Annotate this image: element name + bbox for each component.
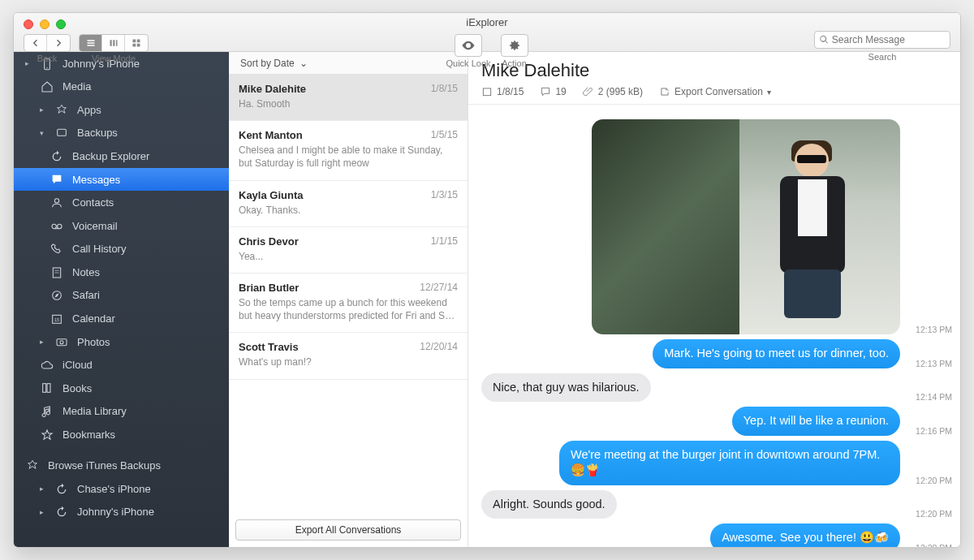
app-window: iExplorer Back	[13, 12, 961, 548]
sidebar-item-calendar[interactable]: 15 Calendar	[14, 307, 229, 330]
sidebar-item-backup-explorer[interactable]: Backup Explorer	[14, 144, 229, 168]
app-title: iExplorer	[14, 16, 960, 28]
export-conversation-button[interactable]: Export Conversation ▾	[659, 86, 771, 97]
svg-point-14	[52, 224, 56, 228]
contacts-icon	[50, 196, 64, 209]
sidebar-item-icloud[interactable]: iCloud	[14, 353, 229, 377]
message-row: Alright. Sounds good.12:20 PM	[481, 490, 952, 519]
cloud-icon	[40, 358, 54, 372]
svg-rect-12	[58, 130, 67, 136]
svg-point-24	[60, 341, 63, 344]
sidebar-item-label: Apps	[77, 104, 101, 116]
conversation-item[interactable]: Brian Butler12/27/14So the temps came up…	[229, 274, 468, 333]
conversation-item[interactable]: Scott Travis12/20/14What's up man!?	[229, 333, 468, 379]
sidebar-item-label: Books	[62, 382, 92, 394]
message-bubble[interactable]: Yep. It will be like a reunion.	[732, 407, 900, 436]
restore-icon	[54, 482, 69, 496]
message-bubble[interactable]: Alright. Sounds good.	[481, 490, 617, 519]
sidebar-item-safari[interactable]: Safari	[14, 284, 229, 308]
sidebar-item-label: Safari	[72, 289, 100, 301]
message-bubble[interactable]: We're meeting at the burger joint in dow…	[559, 441, 900, 485]
search-label: Search	[868, 52, 897, 62]
conversation-preview: Okay. Thanks.	[239, 204, 458, 217]
conversation-date: 1/1/15	[431, 235, 458, 248]
apps-icon	[25, 459, 40, 473]
disclosure-icon: ▾	[40, 129, 46, 137]
message-bubble[interactable]: Awesome. See you there! 😃🍻	[710, 523, 900, 547]
notes-icon	[50, 265, 64, 279]
chevron-down-icon: ▾	[767, 88, 771, 97]
sidebar-browse-backups[interactable]: Browse iTunes Backups	[14, 454, 229, 478]
svg-point-15	[58, 224, 62, 228]
conversation-preview: Chelsea and I might be able to make it S…	[239, 144, 458, 170]
voicemail-icon	[50, 219, 64, 233]
thread-count: 19	[540, 86, 566, 97]
message-bubble[interactable]: Nice, that guy was hilarious.	[481, 373, 651, 403]
calendar-icon: 15	[50, 312, 64, 325]
phone-icon	[50, 243, 64, 256]
conversation-item[interactable]: Mike Dalehite1/8/15Ha. Smooth	[229, 75, 468, 121]
sidebar-item-media[interactable]: Media	[14, 75, 229, 99]
sidebar-item-messages[interactable]: Messages	[14, 168, 229, 192]
conversation-name: Chris Devor	[239, 235, 299, 248]
conversation-date: 1/5/15	[431, 129, 458, 141]
sidebar-item-label: Johnny's iPhone	[77, 506, 154, 518]
sidebar-item-notes[interactable]: Notes	[14, 261, 229, 284]
message-timestamp: 12:13 PM	[907, 359, 952, 368]
message-row: Awesome. See you there! 😃🍻12:20 PM	[481, 523, 952, 547]
sidebar-item-label: Call History	[72, 243, 126, 255]
sidebar-item-label: Contacts	[72, 196, 114, 209]
disclosure-icon: ▸	[40, 338, 46, 346]
sidebar-item-label: Browse iTunes Backups	[48, 459, 161, 472]
restore-icon	[54, 506, 69, 519]
conversation-item[interactable]: Kent Manton1/5/15Chelsea and I might be …	[229, 121, 468, 180]
quicklook-button[interactable]	[455, 34, 482, 57]
message-row: 12:13 PM	[481, 119, 952, 334]
sidebar-item-photos[interactable]: ▸ Photos	[14, 330, 229, 354]
conversation-name: Kent Manton	[239, 129, 303, 141]
sidebar-item-backups[interactable]: ▾ Backups	[14, 122, 229, 145]
search-icon	[820, 35, 829, 45]
sidebar-item-label: Chase's iPhone	[77, 483, 151, 495]
sidebar-item-voicemail[interactable]: Voicemail	[14, 214, 229, 238]
sidebar-backup-chase[interactable]: ▸ Chase's iPhone	[14, 477, 229, 501]
disclosure-icon: ▸	[40, 485, 46, 493]
conversation-date: 12/20/14	[420, 341, 458, 353]
sidebar-item-label: Voicemail	[72, 220, 118, 232]
star-icon	[40, 428, 54, 442]
home-icon	[40, 80, 54, 94]
search-field[interactable]	[814, 31, 950, 49]
conversation-name: Brian Butler	[239, 282, 299, 294]
sidebar-item-label: Media Library	[62, 405, 127, 417]
message-photo[interactable]	[592, 119, 900, 334]
action-button[interactable]	[501, 34, 528, 57]
sidebar-item-bookmarks[interactable]: Bookmarks	[14, 423, 229, 446]
sidebar-item-media-library[interactable]: Media Library	[14, 399, 229, 423]
sidebar-item-apps[interactable]: ▸ Apps	[14, 98, 229, 122]
export-all-button[interactable]: Export All Conversations	[235, 519, 461, 541]
svg-rect-23	[57, 339, 67, 346]
svg-point-13	[54, 199, 58, 203]
sidebar-item-label: Bookmarks	[62, 429, 115, 441]
sidebar-item-call-history[interactable]: Call History	[14, 238, 229, 261]
conversation-item[interactable]: Chris Devor1/1/15Yea...	[229, 227, 468, 274]
conversation-item[interactable]: Kayla Giunta1/3/15Okay. Thanks.	[229, 181, 468, 227]
sidebar-item-books[interactable]: Books	[14, 377, 229, 400]
conversation-name: Kayla Giunta	[239, 189, 303, 201]
conversation-preview: Ha. Smooth	[239, 97, 458, 110]
search-input[interactable]	[832, 34, 945, 45]
message-timestamp: 12:20 PM	[907, 476, 952, 485]
thread-attachments: 2 (995 kB)	[583, 86, 643, 97]
safari-icon	[50, 289, 64, 303]
chat-icon	[540, 86, 551, 97]
disclosure-icon: ▸	[40, 106, 46, 114]
sidebar-backup-johnny[interactable]: ▸ Johnny's iPhone	[14, 501, 229, 524]
sidebar-item-label: Media	[62, 80, 91, 93]
message-bubble[interactable]: Mark. He's going to meet us for dinner, …	[653, 339, 900, 368]
conversation-date: 1/3/15	[431, 189, 458, 201]
books-icon	[40, 381, 54, 395]
conversation-date: 12/27/14	[420, 282, 458, 294]
message-row: Nice, that guy was hilarious.12:14 PM	[481, 373, 952, 403]
thread-body[interactable]: 12:13 PMMark. He's going to meet us for …	[468, 105, 960, 547]
sidebar-item-contacts[interactable]: Contacts	[14, 191, 229, 214]
